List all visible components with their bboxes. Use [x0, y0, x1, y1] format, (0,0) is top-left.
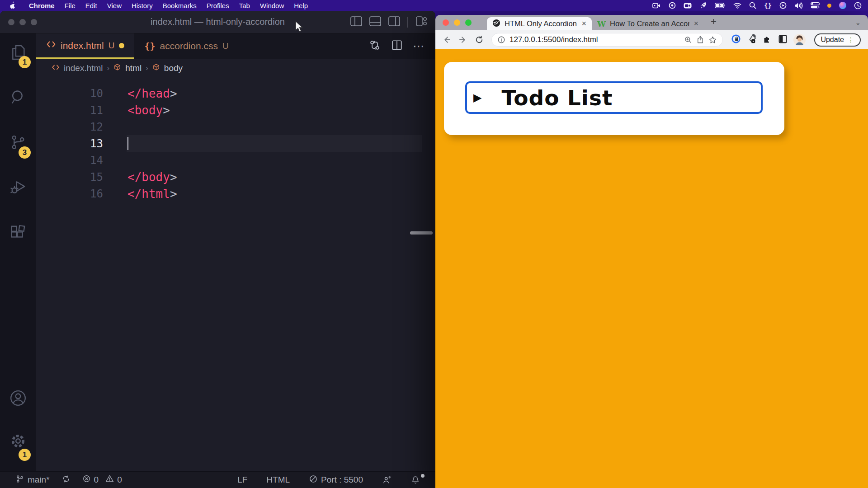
- code-line: 11 <body>: [36, 102, 435, 118]
- macos-menubar: Chrome File Edit View History Bookmarks …: [0, 0, 868, 11]
- customize-layout-icon[interactable]: [415, 16, 427, 28]
- problems-item[interactable]: 0 0: [79, 474, 126, 485]
- apple-logo-icon[interactable]: [9, 1, 16, 9]
- code-editor[interactable]: 10 </head> 11 <body> 12 13: [36, 78, 435, 471]
- volume-icon[interactable]: [794, 2, 803, 9]
- source-control-icon[interactable]: 3: [0, 134, 36, 179]
- code-line-current: 13: [36, 135, 435, 152]
- branch-icon: [15, 474, 24, 486]
- close-window-button[interactable]: [443, 19, 449, 26]
- menu-file[interactable]: File: [60, 2, 80, 9]
- code-line: 12: [36, 118, 435, 135]
- breadcrumb-html[interactable]: html: [125, 63, 142, 73]
- colorzilla-eyedropper-icon[interactable]: [747, 34, 757, 46]
- zoom-window-button[interactable]: [465, 19, 472, 26]
- chrome-tab-active[interactable]: HTML Only Accordion ×: [487, 17, 592, 30]
- unsaved-dot[interactable]: [119, 43, 124, 48]
- new-tab-button[interactable]: +: [711, 16, 717, 28]
- breadcrumb-body[interactable]: body: [164, 63, 183, 73]
- siri-icon[interactable]: [839, 2, 846, 9]
- settings-gear-icon[interactable]: 1: [0, 432, 36, 471]
- minimize-window-button[interactable]: [454, 19, 460, 26]
- facetime-icon[interactable]: [684, 3, 692, 9]
- url-text[interactable]: 127.0.0.1:5500/index.html: [509, 35, 680, 44]
- tab-accordion-css[interactable]: {} accordion.css U: [134, 33, 239, 59]
- toggle-panel-icon[interactable]: [369, 16, 381, 28]
- menu-bookmarks[interactable]: Bookmarks: [158, 2, 202, 9]
- update-button[interactable]: Update ⋮: [814, 33, 861, 47]
- source-control-badge: 3: [19, 146, 31, 159]
- accounts-icon[interactable]: [0, 389, 36, 432]
- toggle-secondary-sidebar-icon[interactable]: [388, 16, 400, 28]
- menu-profiles[interactable]: Profiles: [202, 2, 234, 9]
- zoom-icon[interactable]: [684, 36, 692, 44]
- info-icon[interactable]: [497, 36, 505, 44]
- menu-chrome[interactable]: Chrome: [24, 2, 60, 9]
- close-tab-icon[interactable]: ×: [581, 19, 586, 28]
- split-editor-icon[interactable]: [391, 39, 403, 53]
- menu-window[interactable]: Window: [255, 2, 289, 9]
- tab-label: index.html: [61, 40, 104, 51]
- details-marker-icon[interactable]: ▶: [473, 91, 481, 104]
- chrome-tab-inactive[interactable]: W How To Create an Accordion ×: [592, 17, 704, 30]
- notifications-bell-icon[interactable]: [407, 475, 424, 485]
- sync-item[interactable]: [58, 474, 74, 486]
- tab-index-html[interactable]: index.html U: [36, 33, 134, 59]
- wifi-icon[interactable]: [733, 3, 741, 9]
- control-center-icon[interactable]: [811, 2, 820, 9]
- accordion-card: ▶ Todo List: [444, 62, 784, 135]
- git-status-letter: U: [108, 41, 115, 51]
- css-file-icon: {}: [144, 41, 155, 52]
- close-tab-icon[interactable]: ×: [693, 19, 698, 28]
- open-changes-icon[interactable]: [368, 39, 381, 53]
- menu-view[interactable]: View: [102, 2, 127, 9]
- current-line-highlight: [127, 135, 422, 152]
- language-mode[interactable]: HTML: [263, 475, 293, 485]
- sash-handle[interactable]: [410, 231, 433, 235]
- url-bar[interactable]: 127.0.0.1:5500/index.html: [491, 33, 723, 47]
- menubar-status-icons: {}: [652, 2, 862, 9]
- html-file-icon: [46, 40, 56, 51]
- code-line: 10 </head>: [36, 85, 435, 102]
- git-branch-item[interactable]: main*: [12, 474, 53, 486]
- code-line: 14: [36, 152, 435, 169]
- dark-reader-icon[interactable]: [778, 34, 788, 46]
- screen-record-camera-icon[interactable]: [652, 3, 661, 9]
- search-icon[interactable]: [0, 89, 36, 134]
- extensions-icon[interactable]: [0, 224, 36, 269]
- accordion-title[interactable]: Todo List: [501, 85, 613, 110]
- battery-icon[interactable]: [715, 3, 726, 8]
- eol-indicator[interactable]: LF: [234, 475, 251, 485]
- live-server-port[interactable]: Port : 5500: [305, 474, 367, 486]
- extensions-puzzle-icon[interactable]: [763, 34, 772, 46]
- spotlight-search-icon[interactable]: [749, 2, 756, 9]
- clock-icon[interactable]: [854, 2, 862, 9]
- html-file-icon: [52, 63, 60, 73]
- explorer-icon[interactable]: 1: [0, 43, 36, 89]
- braces-menu-icon[interactable]: {}: [764, 2, 772, 9]
- rocket-icon[interactable]: [699, 2, 707, 9]
- menu-tab[interactable]: Tab: [234, 2, 255, 9]
- breadcrumb-file[interactable]: index.html: [64, 63, 103, 73]
- bookmark-star-icon[interactable]: [708, 36, 717, 44]
- git-status-letter: U: [222, 41, 229, 51]
- share-icon[interactable]: [696, 36, 704, 44]
- reload-icon[interactable]: [472, 35, 486, 44]
- menu-history[interactable]: History: [127, 2, 158, 9]
- play-circle-icon[interactable]: [779, 2, 787, 9]
- feedback-person-icon[interactable]: [378, 475, 396, 484]
- breadcrumb[interactable]: index.html › html › body: [36, 59, 435, 78]
- privacy-extension-icon[interactable]: [731, 34, 741, 46]
- menu-edit[interactable]: Edit: [80, 2, 102, 9]
- menu-help[interactable]: Help: [289, 2, 313, 9]
- activity-bar: 1 3 1: [0, 33, 36, 471]
- vscode-titlebar[interactable]: index.html — html-only-accordion: [0, 11, 435, 33]
- record-icon[interactable]: [669, 2, 676, 9]
- run-debug-icon[interactable]: [0, 179, 36, 224]
- profile-avatar[interactable]: [793, 34, 806, 46]
- back-icon[interactable]: [440, 35, 453, 44]
- tab-search-chevron-icon[interactable]: ⌄: [855, 19, 861, 27]
- toggle-sidebar-icon[interactable]: [350, 16, 362, 28]
- forward-icon[interactable]: [456, 35, 470, 44]
- accordion-summary[interactable]: ▶ Todo List: [465, 81, 763, 114]
